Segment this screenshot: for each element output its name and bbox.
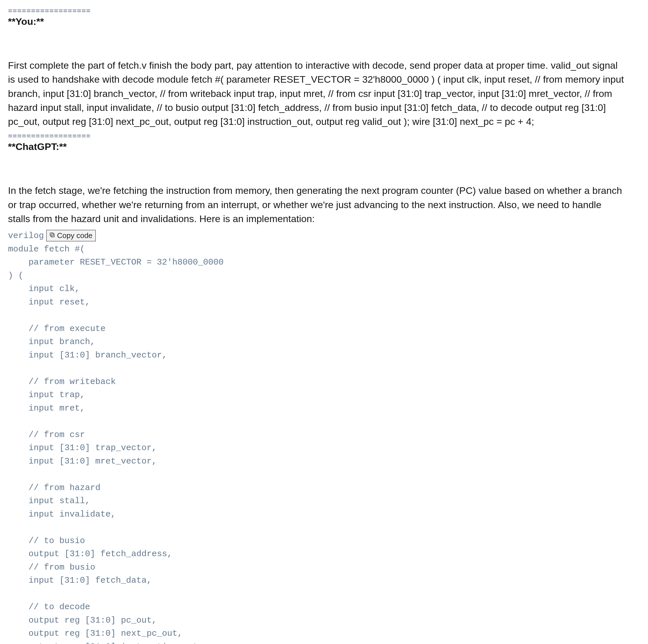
separator-top: ================== xyxy=(8,7,624,15)
copy-code-label: Copy code xyxy=(57,231,93,240)
speaker-chatgpt: **ChatGPT:** xyxy=(8,141,624,152)
user-prompt: First complete the part of fetch.v finis… xyxy=(8,58,624,129)
separator-mid: ================== xyxy=(8,132,624,140)
code-header: verilog Copy code xyxy=(8,230,624,241)
code-body: module fetch #( parameter RESET_VECTOR =… xyxy=(8,243,624,644)
svg-rect-0 xyxy=(51,234,54,237)
copy-icon xyxy=(49,231,55,240)
svg-rect-1 xyxy=(50,233,53,236)
copy-code-button[interactable]: Copy code xyxy=(46,230,96,241)
code-block: verilog Copy code module fetch #( parame… xyxy=(8,230,624,644)
assistant-response-text: In the fetch stage, we're fetching the i… xyxy=(8,184,624,226)
speaker-you: **You:** xyxy=(8,16,624,27)
code-language-label: verilog xyxy=(8,231,44,241)
